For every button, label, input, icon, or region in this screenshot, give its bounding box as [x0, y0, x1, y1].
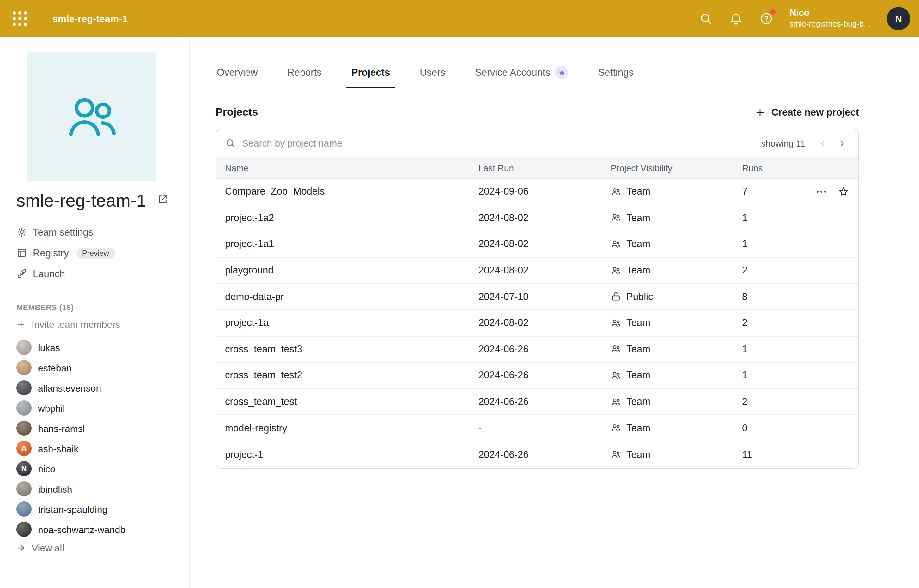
project-name-link[interactable]: model-registry [225, 422, 478, 434]
column-header-name: Name [225, 163, 478, 173]
table-row[interactable]: playground 2024-08-02 Team 2 [216, 258, 858, 284]
table-row[interactable]: project-1a 2024-08-02 Team 2 [216, 310, 858, 336]
project-name-link[interactable]: project-1a [225, 317, 478, 329]
table-row[interactable]: cross_team_test2 2024-06-26 Team 1 [216, 362, 858, 389]
project-name-link[interactable]: cross_team_test3 [225, 344, 478, 355]
view-all-link[interactable]: View all [16, 543, 189, 554]
visibility-cell: Team [611, 422, 742, 434]
visibility-label: Team [626, 422, 650, 434]
tab-overview[interactable]: Overview [216, 59, 259, 88]
member-name: hans-ramsl [38, 423, 85, 434]
member-name: nico [38, 464, 55, 474]
project-name-link[interactable]: project-1 [225, 449, 478, 460]
bell-icon[interactable] [729, 11, 743, 25]
member-row[interactable]: A ash-shaik [16, 439, 189, 459]
sidebar-item-label: Registry [33, 247, 69, 259]
search-bar: showing 11 [216, 129, 858, 157]
member-row[interactable]: wbphil [16, 398, 189, 418]
visibility-label: Team [626, 212, 650, 224]
table-row[interactable]: cross_team_test 2024-06-26 Team 2 [216, 389, 858, 415]
runs-cell: 2 [742, 317, 812, 329]
user-name: Nico [789, 7, 870, 19]
last-run-cell: 2024-08-02 [478, 265, 611, 276]
table-row[interactable]: Compare_Zoo_Models 2024-09-06 Team 7 [216, 179, 858, 205]
member-name: tristan-spaulding [38, 504, 107, 515]
member-row[interactable]: noa-schwartz-wandb [16, 520, 189, 540]
apps-grid-icon[interactable] [13, 11, 27, 26]
project-name-link[interactable]: project-1a2 [225, 212, 478, 224]
runs-cell: 8 [742, 291, 812, 302]
project-name-link[interactable]: playground [225, 265, 478, 276]
member-row[interactable]: allanstevenson [16, 378, 189, 398]
team-icon [611, 239, 621, 249]
tab-users[interactable]: Users [418, 59, 447, 88]
lock-open-icon [611, 291, 621, 302]
last-run-cell: 2024-08-02 [478, 238, 611, 250]
visibility-label: Team [626, 238, 650, 250]
visibility-label: Team [626, 186, 650, 197]
topbar-title: smle-reg-team-1 [52, 13, 128, 24]
sidebar-item-registry[interactable]: Registry Preview [16, 243, 189, 264]
column-header-last-run: Last Run [478, 163, 611, 173]
member-row[interactable]: hans-ramsl [16, 418, 189, 439]
table-row[interactable]: project-1a1 2024-08-02 Team 1 [216, 231, 858, 257]
member-row[interactable]: lukas [16, 338, 189, 358]
member-avatar [16, 421, 32, 436]
overflow-menu-icon[interactable] [817, 188, 826, 195]
sidebar: smle-reg-team-1 Team settings Registry [0, 37, 190, 588]
last-run-cell: 2024-08-02 [478, 317, 611, 329]
last-run-cell: 2024-06-26 [478, 396, 611, 407]
last-run-cell: 2024-06-26 [478, 344, 611, 355]
row-actions [812, 186, 849, 198]
sidebar-item-launch[interactable]: Launch [16, 264, 189, 284]
visibility-cell: Public [611, 291, 742, 302]
visibility-cell: Team [611, 317, 742, 329]
tab-settings[interactable]: Settings [597, 59, 635, 88]
search-icon[interactable] [699, 11, 712, 25]
member-name: noa-schwartz-wandb [38, 524, 125, 535]
table-row[interactable]: cross_team_test3 2024-06-26 Team 1 [216, 336, 858, 362]
visibility-label: Public [626, 291, 653, 302]
create-new-project-button[interactable]: Create new project [755, 107, 859, 118]
tab-projects[interactable]: Projects [350, 59, 391, 88]
share-icon[interactable] [157, 194, 169, 208]
project-name-link[interactable]: demo-data-pr [225, 291, 478, 302]
visibility-cell: Team [611, 344, 742, 355]
table-row[interactable]: model-registry - Team 0 [216, 415, 858, 441]
project-name-link[interactable]: cross_team_test [225, 396, 478, 407]
invite-team-members-button[interactable]: Invite team members [16, 319, 189, 330]
chevron-right-icon[interactable] [836, 137, 848, 149]
member-row[interactable]: ibindlish [16, 479, 189, 499]
table-row[interactable]: project-1a2 2024-08-02 Team 1 [216, 205, 858, 231]
table-row[interactable]: project-1 2024-06-26 Team 11 [216, 441, 858, 468]
user-avatar[interactable]: N [887, 6, 910, 30]
visibility-cell: Team [611, 238, 742, 250]
team-people-icon [63, 89, 120, 145]
member-name: allanstevenson [38, 383, 101, 394]
tab-reports[interactable]: Reports [286, 59, 323, 88]
project-name-link[interactable]: project-1a1 [225, 238, 478, 250]
visibility-cell: Team [611, 186, 742, 197]
sidebar-item-team-settings[interactable]: Team settings [16, 222, 189, 243]
tab-label: Projects [352, 67, 390, 78]
help-icon[interactable] [759, 11, 773, 25]
member-row[interactable]: esteban [16, 358, 189, 378]
tab-label: Settings [598, 67, 634, 78]
member-row[interactable]: N nico [16, 459, 189, 479]
last-run-cell: 2024-08-02 [478, 212, 611, 224]
project-search-input[interactable] [242, 138, 755, 149]
page-title: Projects [216, 106, 258, 119]
project-name-link[interactable]: Compare_Zoo_Models [225, 186, 478, 197]
visibility-label: Team [626, 396, 650, 407]
user-menu[interactable]: Nico smle-registries-bug-b... [789, 7, 870, 30]
tab-service-accounts[interactable]: Service Accounts [474, 59, 570, 88]
runs-cell: 0 [742, 422, 812, 434]
gear-icon [16, 227, 27, 238]
table-row[interactable]: demo-data-pr 2024-07-10 Public 8 [216, 284, 858, 310]
star-icon[interactable] [838, 186, 849, 198]
chevron-left-icon[interactable] [817, 137, 829, 149]
team-icon [611, 423, 621, 433]
member-row[interactable]: tristan-spaulding [16, 499, 189, 520]
last-run-cell: 2024-06-26 [478, 449, 611, 460]
project-name-link[interactable]: cross_team_test2 [225, 370, 478, 381]
